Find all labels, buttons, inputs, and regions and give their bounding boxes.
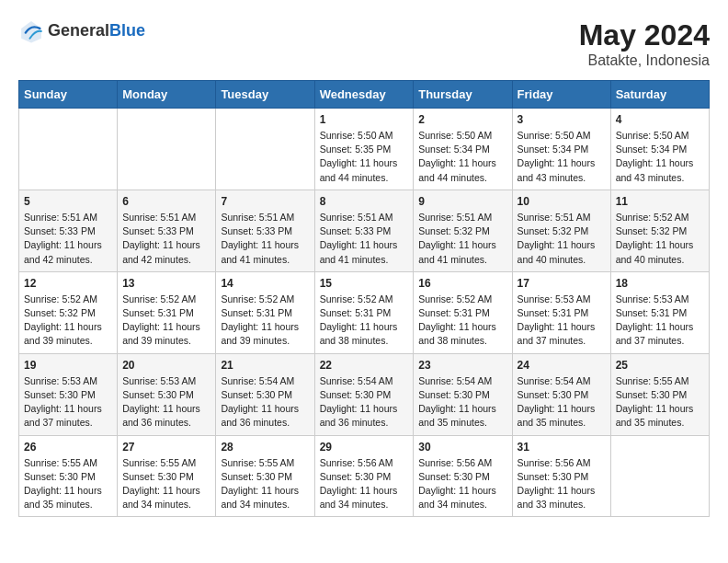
week-row-0: 1Sunrise: 5:50 AM Sunset: 5:35 PM Daylig… [19,109,710,190]
day-number: 16 [418,277,506,290]
day-info: Sunrise: 5:51 AM Sunset: 5:33 PM Dayligh… [320,211,409,267]
header-thursday: Thursday [414,81,512,109]
day-cell: 15Sunrise: 5:52 AM Sunset: 5:31 PM Dayli… [314,271,414,353]
day-info: Sunrise: 5:50 AM Sunset: 5:34 PM Dayligh… [418,129,506,185]
day-number: 12 [24,277,112,290]
day-info: Sunrise: 5:54 AM Sunset: 5:30 PM Dayligh… [320,374,409,431]
day-info: Sunrise: 5:52 AM Sunset: 5:31 PM Dayligh… [122,293,210,349]
day-cell [216,109,314,190]
day-cell: 4Sunrise: 5:50 AM Sunset: 5:34 PM Daylig… [610,109,709,190]
day-number: 27 [122,441,210,454]
day-info: Sunrise: 5:56 AM Sunset: 5:30 PM Dayligh… [518,456,606,512]
header-sunday: Sunday [19,81,118,109]
day-cell: 2Sunrise: 5:50 AM Sunset: 5:34 PM Daylig… [414,109,512,190]
day-info: Sunrise: 5:56 AM Sunset: 5:30 PM Dayligh… [320,456,409,512]
day-info: Sunrise: 5:52 AM Sunset: 5:32 PM Dayligh… [616,211,704,267]
logo-icon [18,18,44,44]
day-cell: 14Sunrise: 5:52 AM Sunset: 5:31 PM Dayli… [216,271,314,353]
day-number: 1 [320,113,409,126]
day-number: 25 [616,359,704,372]
day-cell: 9Sunrise: 5:51 AM Sunset: 5:32 PM Daylig… [414,190,512,271]
day-cell: 25Sunrise: 5:55 AM Sunset: 5:30 PM Dayli… [610,353,709,435]
day-number: 23 [418,359,506,372]
day-cell: 30Sunrise: 5:56 AM Sunset: 5:30 PM Dayli… [414,435,512,517]
day-info: Sunrise: 5:50 AM Sunset: 5:34 PM Dayligh… [518,129,606,185]
day-cell: 10Sunrise: 5:51 AM Sunset: 5:32 PM Dayli… [512,190,610,271]
day-number: 11 [616,195,704,208]
day-number: 31 [518,441,606,454]
day-info: Sunrise: 5:51 AM Sunset: 5:33 PM Dayligh… [221,211,309,267]
day-info: Sunrise: 5:51 AM Sunset: 5:32 PM Dayligh… [518,211,606,267]
day-cell: 6Sunrise: 5:51 AM Sunset: 5:33 PM Daylig… [118,190,216,271]
day-cell: 17Sunrise: 5:53 AM Sunset: 5:31 PM Dayli… [512,271,610,353]
week-row-4: 26Sunrise: 5:55 AM Sunset: 5:30 PM Dayli… [19,435,710,517]
day-info: Sunrise: 5:56 AM Sunset: 5:30 PM Dayligh… [418,456,506,512]
header-row: SundayMondayTuesdayWednesdayThursdayFrid… [19,81,710,109]
day-info: Sunrise: 5:55 AM Sunset: 5:30 PM Dayligh… [122,456,210,512]
day-info: Sunrise: 5:52 AM Sunset: 5:32 PM Dayligh… [24,293,112,349]
day-number: 7 [221,195,309,208]
day-cell: 11Sunrise: 5:52 AM Sunset: 5:32 PM Dayli… [610,190,709,271]
header-saturday: Saturday [610,81,709,109]
day-cell: 23Sunrise: 5:54 AM Sunset: 5:30 PM Dayli… [414,353,512,435]
day-cell: 20Sunrise: 5:53 AM Sunset: 5:30 PM Dayli… [118,353,216,435]
day-info: Sunrise: 5:55 AM Sunset: 5:30 PM Dayligh… [221,456,309,512]
day-cell: 12Sunrise: 5:52 AM Sunset: 5:32 PM Dayli… [19,271,118,353]
day-info: Sunrise: 5:52 AM Sunset: 5:31 PM Dayligh… [418,293,506,349]
day-number: 5 [24,195,112,208]
day-cell: 26Sunrise: 5:55 AM Sunset: 5:30 PM Dayli… [19,435,118,517]
day-cell: 28Sunrise: 5:55 AM Sunset: 5:30 PM Dayli… [216,435,314,517]
day-number: 30 [418,441,506,454]
day-cell: 5Sunrise: 5:51 AM Sunset: 5:33 PM Daylig… [19,190,118,271]
month-title: May 2024 [579,18,710,52]
day-cell [118,109,216,190]
day-number: 10 [518,195,606,208]
week-row-2: 12Sunrise: 5:52 AM Sunset: 5:32 PM Dayli… [19,271,710,353]
day-cell: 27Sunrise: 5:55 AM Sunset: 5:30 PM Dayli… [118,435,216,517]
day-cell [19,109,118,190]
day-number: 15 [320,277,409,290]
day-info: Sunrise: 5:51 AM Sunset: 5:33 PM Dayligh… [24,211,112,267]
day-number: 3 [518,113,606,126]
day-info: Sunrise: 5:53 AM Sunset: 5:30 PM Dayligh… [24,374,112,431]
day-number: 20 [122,359,210,372]
logo: GeneralBlue [18,18,145,44]
header-wednesday: Wednesday [314,81,414,109]
page-header: GeneralBlue May 2024 Batakte, Indonesia [18,18,710,69]
day-cell: 21Sunrise: 5:54 AM Sunset: 5:30 PM Dayli… [216,353,314,435]
week-row-1: 5Sunrise: 5:51 AM Sunset: 5:33 PM Daylig… [19,190,710,271]
day-info: Sunrise: 5:53 AM Sunset: 5:31 PM Dayligh… [616,293,704,349]
day-number: 17 [518,277,606,290]
day-info: Sunrise: 5:52 AM Sunset: 5:31 PM Dayligh… [320,293,409,349]
day-cell: 18Sunrise: 5:53 AM Sunset: 5:31 PM Dayli… [610,271,709,353]
day-cell: 3Sunrise: 5:50 AM Sunset: 5:34 PM Daylig… [512,109,610,190]
day-cell: 8Sunrise: 5:51 AM Sunset: 5:33 PM Daylig… [314,190,414,271]
day-info: Sunrise: 5:51 AM Sunset: 5:32 PM Dayligh… [418,211,506,267]
day-number: 4 [616,113,704,126]
day-cell: 22Sunrise: 5:54 AM Sunset: 5:30 PM Dayli… [314,353,414,435]
header-tuesday: Tuesday [216,81,314,109]
day-info: Sunrise: 5:53 AM Sunset: 5:30 PM Dayligh… [122,374,210,431]
day-info: Sunrise: 5:54 AM Sunset: 5:30 PM Dayligh… [418,374,506,431]
day-cell: 24Sunrise: 5:54 AM Sunset: 5:30 PM Dayli… [512,353,610,435]
day-number: 6 [122,195,210,208]
day-info: Sunrise: 5:53 AM Sunset: 5:31 PM Dayligh… [518,293,606,349]
header-monday: Monday [118,81,216,109]
day-number: 21 [221,359,309,372]
day-number: 18 [616,277,704,290]
day-cell: 29Sunrise: 5:56 AM Sunset: 5:30 PM Dayli… [314,435,414,517]
day-info: Sunrise: 5:55 AM Sunset: 5:30 PM Dayligh… [616,374,704,431]
calendar-table: SundayMondayTuesdayWednesdayThursdayFrid… [18,80,710,517]
day-number: 19 [24,359,112,372]
day-cell: 19Sunrise: 5:53 AM Sunset: 5:30 PM Dayli… [19,353,118,435]
day-info: Sunrise: 5:51 AM Sunset: 5:33 PM Dayligh… [122,211,210,267]
day-cell: 1Sunrise: 5:50 AM Sunset: 5:35 PM Daylig… [314,109,414,190]
day-cell: 7Sunrise: 5:51 AM Sunset: 5:33 PM Daylig… [216,190,314,271]
day-cell [610,435,709,517]
day-number: 28 [221,441,309,454]
day-info: Sunrise: 5:50 AM Sunset: 5:34 PM Dayligh… [616,129,704,185]
day-cell: 31Sunrise: 5:56 AM Sunset: 5:30 PM Dayli… [512,435,610,517]
day-info: Sunrise: 5:50 AM Sunset: 5:35 PM Dayligh… [320,129,409,185]
day-cell: 13Sunrise: 5:52 AM Sunset: 5:31 PM Dayli… [118,271,216,353]
day-number: 24 [518,359,606,372]
